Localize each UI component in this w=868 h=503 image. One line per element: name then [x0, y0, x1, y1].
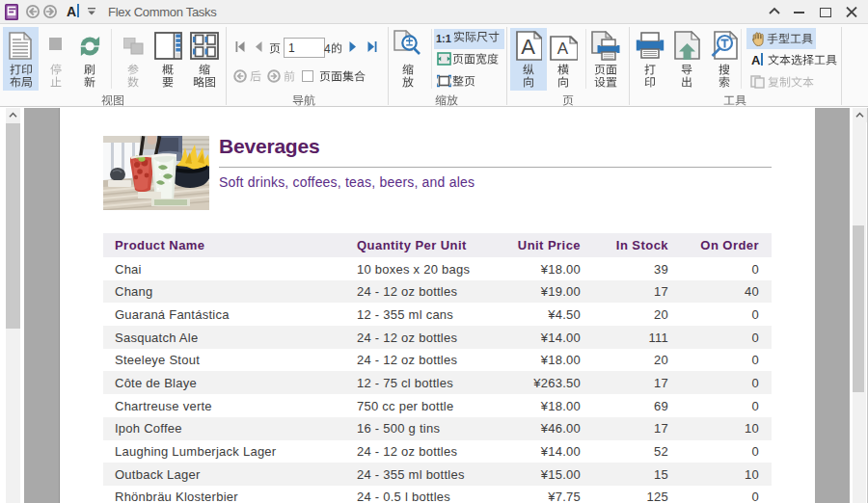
svg-text:A: A	[557, 40, 569, 58]
svg-text:A: A	[521, 35, 535, 59]
